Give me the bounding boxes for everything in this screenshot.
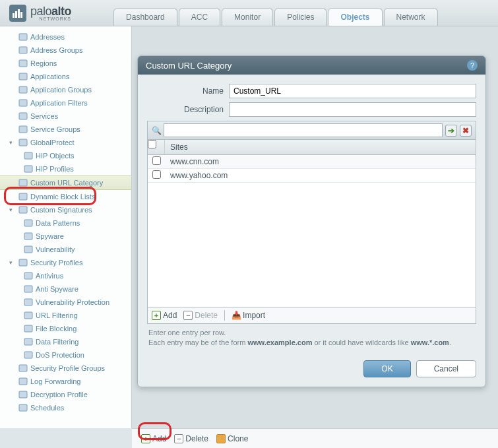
tree-item-antivirus[interactable]: Antivirus: [0, 269, 131, 282]
grid-add-button[interactable]: +Add: [152, 311, 177, 320]
site-cell: www.yahoo.com: [165, 169, 476, 182]
tree-item-spyware[interactable]: Spyware: [0, 230, 131, 243]
tree-item-label: Vulnerability: [36, 245, 75, 253]
tree-item-security-profiles[interactable]: ▾Security Profiles: [0, 256, 131, 269]
tab-objects[interactable]: Objects: [328, 8, 382, 26]
grid-search-input[interactable]: [164, 123, 443, 137]
svg-rect-19: [24, 233, 32, 240]
page-add-button[interactable]: +Add: [141, 434, 166, 443]
svg-rect-22: [24, 272, 32, 279]
tree-item-file-blocking[interactable]: File Blocking: [0, 322, 131, 335]
tab-policies[interactable]: Policies: [274, 8, 327, 26]
svg-rect-21: [19, 259, 27, 266]
app-header: paloalto NETWORKS DashboardACCMonitorPol…: [0, 0, 498, 26]
tree-item-label: Dynamic Block Lists: [30, 193, 95, 201]
vuln-protect-icon: [24, 298, 33, 307]
svg-rect-28: [24, 352, 32, 358]
main-tabs: DashboardACCMonitorPoliciesObjectsNetwor…: [113, 0, 439, 26]
service-groups-icon: [18, 125, 28, 134]
tree-item-security-profile-groups[interactable]: Security Profile Groups: [0, 362, 131, 375]
expander-icon[interactable]: ▾: [9, 139, 16, 146]
tree-item-custom-signatures[interactable]: ▾Custom Signatures: [0, 203, 131, 216]
tree-item-label: Address Groups: [30, 46, 82, 54]
applications-icon: [18, 72, 28, 81]
tab-dashboard[interactable]: Dashboard: [113, 8, 177, 26]
tree-item-address-groups[interactable]: Address Groups: [0, 44, 131, 57]
plus-icon: +: [152, 311, 161, 320]
tree-item-vulnerability[interactable]: Vulnerability: [0, 243, 131, 256]
grid-delete-button[interactable]: −Delete: [183, 311, 218, 320]
tab-network[interactable]: Network: [384, 8, 438, 26]
ok-button[interactable]: OK: [363, 360, 410, 377]
tree-item-label: Service Groups: [30, 125, 80, 133]
tree-item-label: Anti Spyware: [36, 285, 78, 293]
description-label: Description: [147, 105, 229, 114]
row-checkbox[interactable]: [152, 170, 161, 179]
vulnerability-icon: [24, 245, 33, 254]
search-icon: 🔍: [152, 126, 161, 135]
expander-icon[interactable]: ▾: [9, 207, 16, 213]
tree-item-addresses[interactable]: Addresses: [0, 30, 131, 44]
tree-item-globalprotect[interactable]: ▾GlobalProtect: [0, 136, 131, 149]
tree-item-label: Antivirus: [36, 272, 63, 280]
tree-item-label: GlobalProtect: [30, 139, 75, 146]
tab-acc[interactable]: ACC: [179, 8, 220, 26]
tree-item-label: Custom URL Category: [30, 179, 103, 187]
services-icon: [18, 112, 28, 121]
tree-item-dynamic-block-lists[interactable]: Dynamic Block Lists: [0, 190, 131, 203]
sec-profile-groups-icon: [18, 364, 28, 373]
grid-import-button[interactable]: 📥Import: [232, 311, 265, 320]
tree-item-services[interactable]: Services: [0, 110, 131, 123]
tree-item-regions[interactable]: Regions: [0, 57, 131, 70]
search-clear-icon[interactable]: ✖: [460, 125, 472, 137]
file-block-icon: [24, 324, 33, 333]
table-row[interactable]: www.cnn.com: [148, 155, 476, 169]
table-row[interactable]: www.yahoo.com: [148, 169, 476, 183]
row-checkbox[interactable]: [152, 156, 161, 165]
tree-item-dos-protection[interactable]: DoS Protection: [0, 348, 131, 362]
tree-item-vulnerability-protection[interactable]: Vulnerability Protection: [0, 296, 131, 309]
svg-rect-5: [19, 47, 27, 53]
application-groups-icon: [18, 85, 28, 94]
svg-rect-14: [24, 166, 32, 172]
description-input[interactable]: [229, 102, 476, 117]
tree-item-data-filtering[interactable]: Data Filtering: [0, 335, 131, 348]
name-input[interactable]: [229, 84, 476, 98]
svg-rect-27: [24, 338, 32, 345]
tree-item-data-patterns[interactable]: Data Patterns: [0, 216, 131, 230]
tree-item-hip-profiles[interactable]: HIP Profiles: [0, 162, 131, 176]
tree-item-schedules[interactable]: Schedules: [0, 401, 131, 414]
tree-item-decryption-profile[interactable]: Decryption Profile: [0, 388, 131, 401]
search-go-icon[interactable]: ➔: [445, 125, 457, 137]
sites-column-header[interactable]: Sites: [165, 140, 476, 154]
page-delete-button[interactable]: −Delete: [174, 434, 208, 443]
select-all-checkbox[interactable]: [148, 140, 156, 148]
svg-rect-6: [19, 60, 27, 67]
logo-mark-icon: [9, 5, 26, 22]
tree-item-application-groups[interactable]: Application Groups: [0, 83, 131, 96]
tree-item-log-forwarding[interactable]: Log Forwarding: [0, 375, 131, 388]
svg-rect-20: [24, 246, 32, 253]
cancel-button[interactable]: Cancel: [416, 360, 476, 377]
svg-rect-15: [19, 179, 27, 186]
page-action-bar: +Add −Delete Clone: [132, 428, 498, 448]
tree-item-service-groups[interactable]: Service Groups: [0, 123, 131, 136]
address-groups-icon: [18, 46, 28, 55]
tree-item-application-filters[interactable]: Application Filters: [0, 96, 131, 110]
tree-item-hip-objects[interactable]: HIP Objects: [0, 149, 131, 162]
tree-item-custom-url-category[interactable]: Custom URL Category: [0, 176, 131, 190]
tree-item-url-filtering[interactable]: URL Filtering: [0, 309, 131, 322]
expander-icon[interactable]: ▾: [9, 259, 16, 266]
grid-action-bar: +Add −Delete 📥Import: [147, 307, 476, 324]
svg-rect-0: [13, 13, 15, 18]
help-icon[interactable]: ?: [467, 60, 478, 71]
tab-monitor[interactable]: Monitor: [222, 8, 273, 26]
svg-rect-30: [19, 378, 27, 385]
spyware-icon: [24, 232, 33, 241]
tree-item-applications[interactable]: Applications: [0, 70, 131, 83]
import-icon: 📥: [232, 311, 241, 320]
application-filters-icon: [18, 98, 28, 108]
page-clone-button[interactable]: Clone: [216, 434, 248, 443]
svg-rect-32: [19, 404, 27, 411]
tree-item-anti-spyware[interactable]: Anti Spyware: [0, 282, 131, 296]
